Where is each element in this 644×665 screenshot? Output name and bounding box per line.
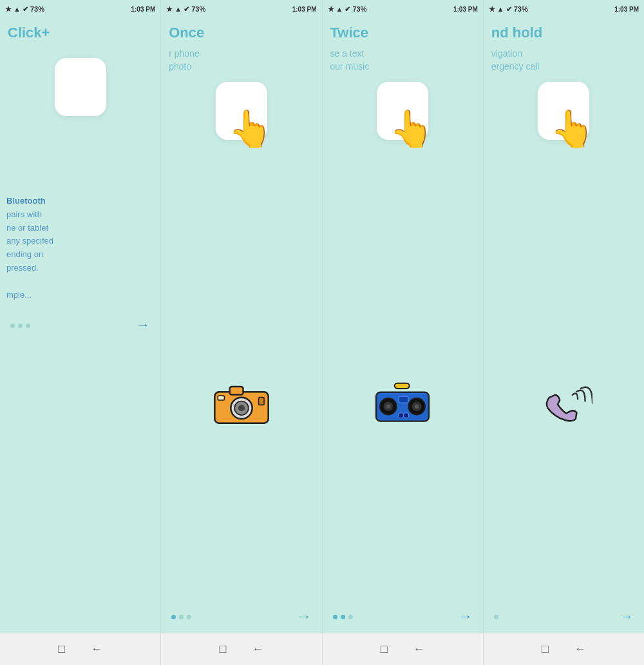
signal-icon-2: ✔ bbox=[184, 5, 189, 14]
signal-icon-4: ✔ bbox=[506, 5, 512, 14]
screen-4: ★ ▲ ✔ 73% 1:03 PM nd hold vigationergenc… bbox=[484, 0, 644, 633]
bluetooth-label: Bluetooth bbox=[6, 196, 46, 206]
dots-2 bbox=[171, 615, 191, 619]
back-btn-4[interactable]: ← bbox=[574, 642, 586, 656]
status-bar-4: ★ ▲ ✔ 73% 1:03 PM bbox=[484, 0, 644, 18]
svg-point-16 bbox=[399, 412, 404, 418]
example: mple... bbox=[6, 290, 32, 300]
dot-2-2 bbox=[179, 615, 184, 619]
dot-2-1 bbox=[171, 615, 176, 619]
status-right-3: 1:03 PM bbox=[453, 6, 478, 13]
dots-3 bbox=[333, 615, 353, 619]
title-4: nd hold bbox=[484, 18, 644, 45]
dot-3-3 bbox=[348, 615, 353, 619]
home-btn-3[interactable]: □ bbox=[381, 642, 388, 656]
screen-1: ★ ▲ ✔ 73% 1:03 PM Click+ Bluetooth pairs… bbox=[0, 0, 161, 633]
illustration-4: 👆 bbox=[484, 75, 644, 217]
device-text: ne or tablet bbox=[6, 223, 48, 233]
back-btn-1[interactable]: ← bbox=[91, 642, 102, 656]
back-btn-3[interactable]: ← bbox=[413, 642, 425, 656]
hand-icon-4: 👆 bbox=[550, 111, 595, 147]
status-left-4: ★ ▲ ✔ 73% bbox=[489, 5, 528, 14]
feature-icon-area-2 bbox=[161, 217, 321, 601]
nav-bar-4: □ ← bbox=[484, 633, 644, 665]
bottom-nav-2: → bbox=[161, 601, 321, 633]
screen-3: ★ ▲ ✔ 73% 1:03 PM Twice se a textour mus… bbox=[323, 0, 484, 633]
title-2: Once bbox=[161, 18, 321, 45]
svg-rect-7 bbox=[395, 383, 410, 388]
svg-point-11 bbox=[386, 404, 391, 409]
dot-3-2 bbox=[341, 615, 345, 619]
home-btn-4[interactable]: □ bbox=[542, 642, 549, 656]
dot-1-3 bbox=[26, 323, 30, 328]
pressed: pressed. bbox=[6, 263, 39, 273]
bottom-nav-1: → bbox=[0, 309, 160, 342]
arrow-btn-1[interactable]: → bbox=[136, 317, 150, 334]
wifi-icon-1: ▲ bbox=[14, 5, 21, 13]
battery-4: 73% bbox=[514, 5, 528, 13]
status-left-1: ★ ▲ ✔ 73% bbox=[5, 5, 44, 14]
arrow-btn-2[interactable]: → bbox=[298, 608, 312, 625]
arrow-btn-4[interactable]: → bbox=[620, 608, 634, 625]
desc-2: r phonephoto bbox=[161, 45, 321, 75]
bluetooth-icon-1: ★ bbox=[5, 5, 12, 14]
status-bar-2: ★ ▲ ✔ 73% 1:03 PM bbox=[161, 0, 321, 18]
bottom-nav-3: → bbox=[323, 601, 483, 633]
wifi-icon-3: ▲ bbox=[336, 5, 343, 13]
wifi-icon-2: ▲ bbox=[175, 5, 182, 13]
svg-rect-1 bbox=[230, 387, 243, 395]
system-nav-row: □ ← □ ← □ ← □ ← bbox=[0, 633, 644, 665]
desc-3: se a textour music bbox=[323, 45, 483, 75]
title-1: Click+ bbox=[0, 18, 160, 45]
any-specified: any specifed bbox=[6, 236, 53, 246]
screen-2: ★ ▲ ✔ 73% 1:03 PM Once r phonephoto 👆 bbox=[161, 0, 322, 633]
status-left-2: ★ ▲ ✔ 73% bbox=[166, 5, 205, 14]
nav-bar-1: □ ← bbox=[0, 633, 161, 665]
dots-4 bbox=[494, 615, 498, 619]
desc-4: vigationergency call bbox=[484, 45, 644, 75]
bluetooth-icon-4: ★ bbox=[489, 5, 495, 14]
illustration-2: 👆 bbox=[161, 75, 321, 217]
status-right-4: 1:03 PM bbox=[614, 6, 639, 13]
signal-icon-1: ✔ bbox=[23, 5, 28, 14]
svg-point-4 bbox=[238, 405, 245, 411]
status-left-3: ★ ▲ ✔ 73% bbox=[328, 5, 367, 14]
time-1: 1:03 PM bbox=[131, 6, 155, 13]
pairs-with-label: pairs with bbox=[6, 209, 42, 219]
dot-3-1 bbox=[333, 615, 337, 619]
svg-rect-5 bbox=[218, 396, 224, 400]
title-3: Twice bbox=[323, 18, 483, 45]
svg-rect-6 bbox=[259, 397, 264, 405]
back-btn-2[interactable]: ← bbox=[252, 642, 263, 656]
dot-1-2 bbox=[18, 323, 23, 328]
battery-3: 73% bbox=[352, 5, 366, 13]
dot-1-1 bbox=[10, 323, 15, 328]
nav-bar-3: □ ← bbox=[323, 633, 484, 665]
time-2: 1:03 PM bbox=[292, 6, 317, 13]
status-right-2: 1:03 PM bbox=[292, 6, 317, 13]
status-bar-3: ★ ▲ ✔ 73% 1:03 PM bbox=[323, 0, 483, 18]
svg-point-17 bbox=[404, 412, 409, 418]
svg-point-14 bbox=[415, 404, 419, 409]
wifi-icon-4: ▲ bbox=[497, 5, 504, 13]
hand-icon-3: 👆 bbox=[389, 111, 434, 147]
signal-icon-3: ✔ bbox=[345, 5, 350, 14]
illustration-1 bbox=[0, 45, 160, 187]
battery-1: 73% bbox=[30, 5, 44, 13]
dots-1 bbox=[10, 323, 30, 328]
illustration-3: 👆 bbox=[323, 75, 483, 217]
arrow-btn-3[interactable]: → bbox=[459, 608, 473, 625]
camera-icon bbox=[209, 377, 274, 429]
bluetooth-icon-2: ★ bbox=[166, 5, 173, 14]
phone-ringing-icon bbox=[535, 377, 592, 429]
device-shape-1 bbox=[55, 58, 106, 116]
home-btn-1[interactable]: □ bbox=[58, 642, 65, 656]
feature-icon-area-3 bbox=[323, 217, 483, 601]
radio-icon bbox=[374, 380, 431, 425]
info-block-1: Bluetooth pairs with ne or tablet any sp… bbox=[0, 187, 160, 309]
home-btn-2[interactable]: □ bbox=[219, 642, 226, 656]
battery-2: 73% bbox=[191, 5, 205, 13]
bottom-nav-4: → bbox=[484, 601, 644, 633]
time-3: 1:03 PM bbox=[453, 6, 478, 13]
screens-container: ★ ▲ ✔ 73% 1:03 PM Click+ Bluetooth pairs… bbox=[0, 0, 644, 633]
